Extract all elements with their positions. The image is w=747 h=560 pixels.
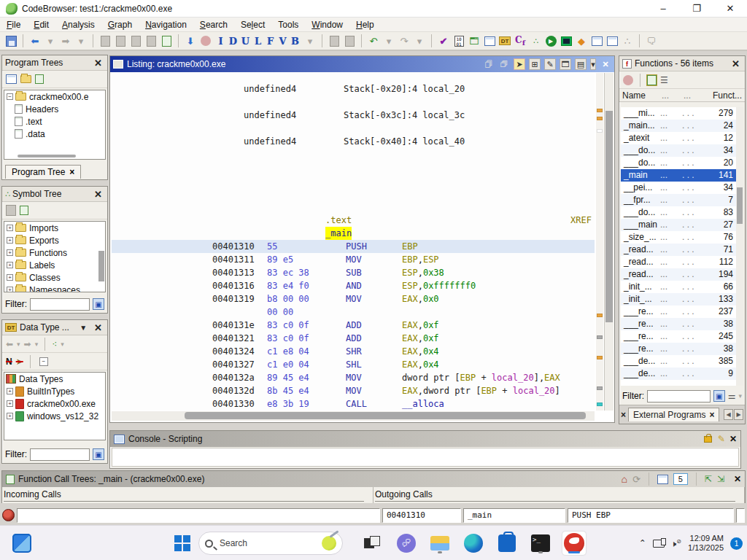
symbol-filter-icon[interactable]: ▣ xyxy=(93,298,104,310)
expand-icon[interactable]: + xyxy=(7,287,13,292)
functions-vscrollbar[interactable] xyxy=(736,107,743,386)
collapse-icon[interactable]: − xyxy=(7,93,13,100)
expand-icon[interactable]: + xyxy=(7,413,13,419)
save-icon[interactable] xyxy=(4,34,18,47)
listing-hscrollbar[interactable] xyxy=(112,411,595,421)
tray-mute-icon[interactable]: 🕨⊘ xyxy=(671,538,681,549)
listing-line[interactable]: undefined4Stack[-0x3c]:4 local_3c xyxy=(112,109,595,122)
program-tree-tab-close-icon[interactable]: × xyxy=(69,167,74,177)
incoming-calls-pane[interactable]: Incoming Calls xyxy=(2,487,374,503)
data-types-header[interactable]: DT Data Type ... ▼ ✕ xyxy=(2,320,107,335)
symbol-tree-close-icon[interactable]: ✕ xyxy=(92,189,104,200)
taskbar-search[interactable]: Search xyxy=(198,532,343,555)
recursion-depth-input[interactable] xyxy=(673,473,688,485)
functions-col-header[interactable]: ... xyxy=(659,90,681,101)
open-folder-icon[interactable] xyxy=(20,75,31,83)
function-row[interactable]: _main....... . .24 xyxy=(621,120,736,132)
program-tree-hscroll[interactable] xyxy=(18,155,76,158)
listing-line[interactable] xyxy=(112,201,595,214)
symbol-tree-item-imports[interactable]: +Imports xyxy=(4,222,105,234)
diff-icon[interactable]: ◆ xyxy=(575,34,588,47)
hide-names-icon[interactable]: N xyxy=(6,357,12,367)
function-row[interactable]: __pei....... . .34 xyxy=(621,182,736,194)
expand-icon[interactable]: + xyxy=(7,388,13,394)
data-type-archive-crackme0x00.exe[interactable]: +crackme0x00.exe xyxy=(4,397,105,410)
undo-dropdown-icon[interactable]: ▾ xyxy=(382,34,395,47)
define-u-button[interactable]: U xyxy=(239,36,252,47)
navigation-marker[interactable] xyxy=(597,356,603,359)
edge-button[interactable] xyxy=(462,532,485,555)
widgets-button[interactable] xyxy=(10,532,34,555)
data-type-archive-builtintypes[interactable]: +BuiltInTypes xyxy=(4,385,105,397)
listing-line[interactable]: 00401327c1 e0 04SHLEAX,0x4 xyxy=(112,358,595,371)
symbol-tree-header[interactable]: ∴ Symbol Tree ✕ xyxy=(2,187,107,202)
expand-icon[interactable]: + xyxy=(7,400,13,407)
function-graph-icon[interactable]: Cf xyxy=(514,34,527,47)
function-row[interactable]: ___de....... . .9 xyxy=(621,368,736,380)
listing-line[interactable]: 0040131383 ec 38SUBESP,0x38 xyxy=(112,266,595,279)
function-row[interactable]: _init_....... . .66 xyxy=(621,281,736,293)
listing-line[interactable] xyxy=(112,96,595,109)
forward-dropdown-icon[interactable]: ▾ xyxy=(74,34,88,47)
function-row[interactable]: ___main.... . .27 xyxy=(621,219,736,231)
data-types-close-icon[interactable]: ✕ xyxy=(92,322,104,333)
unroll-up-icon[interactable]: ⇱ xyxy=(705,474,712,484)
program-tree-tab[interactable]: Program Tree × xyxy=(5,163,81,179)
dtm-filter-dots-icon[interactable]: ⁖ xyxy=(52,339,57,349)
menu-search[interactable]: Search xyxy=(193,18,234,31)
external-programs-tab[interactable]: External Programs × xyxy=(628,408,719,421)
validate-icon[interactable]: ✔ xyxy=(437,34,450,47)
table-export-icon[interactable] xyxy=(605,34,619,47)
restore-button[interactable]: ❐ xyxy=(680,0,713,17)
function-row[interactable]: ___de....... . .385 xyxy=(621,355,736,368)
listing-line[interactable]: .textXREF xyxy=(112,214,595,227)
listing-line[interactable]: 0040131683 e4 f0ANDESP,0xfffffff0 xyxy=(112,279,595,292)
expand-icon[interactable]: + xyxy=(7,249,13,256)
listing-line[interactable]: 0040131189 e5MOVEBP,ESP xyxy=(112,253,595,266)
listing-line[interactable]: 00401319b8 00 00MOVEAX,0x0 xyxy=(112,292,595,306)
functions-col-header[interactable]: Funct... xyxy=(710,90,745,101)
store-button[interactable] xyxy=(495,532,519,555)
listing-line[interactable] xyxy=(112,161,595,174)
memory-chip-icon[interactable] xyxy=(560,34,573,47)
listing-close-icon[interactable]: ✕ xyxy=(600,58,611,70)
program-tree-root[interactable]: −crackme0x00.e xyxy=(4,90,105,103)
functions-close-icon[interactable]: ✕ xyxy=(729,58,742,69)
listing-line[interactable]: undefined4Stack[-0x20]:4 local_20 xyxy=(112,82,595,96)
symbol-tree-item-functions[interactable]: +Functions xyxy=(4,246,105,259)
functions-settings-dropdown-icon[interactable]: ▾ xyxy=(738,392,742,400)
listing-line[interactable]: 0040131e83 c0 0fADDEAX,0xf xyxy=(112,319,595,332)
console-close-icon[interactable]: ✕ xyxy=(729,434,737,444)
menu-tools[interactable]: Tools xyxy=(271,18,305,31)
call-tree-icon[interactable]: ∴ xyxy=(529,34,542,47)
decompiler-icon[interactable]: 🗔 xyxy=(468,34,481,47)
listing-line[interactable] xyxy=(112,122,595,135)
function-row[interactable]: ___re....... . .245 xyxy=(621,330,736,343)
dtm-filter-icon[interactable]: ▣ xyxy=(93,448,104,460)
close-button[interactable]: ✕ xyxy=(713,0,747,17)
listing-line[interactable]: 00401324c1 e8 04SHREAX,0x4 xyxy=(112,345,595,358)
define-b-button[interactable]: B xyxy=(289,36,301,47)
menu-select[interactable]: Select xyxy=(234,18,271,31)
functions-nav-icon[interactable] xyxy=(647,75,657,85)
snapshot-tool-icon[interactable] xyxy=(160,34,173,47)
data-type-archive-windows_vs12_32[interactable]: +windows_vs12_32 xyxy=(4,410,105,422)
start-button[interactable] xyxy=(171,532,194,555)
call-trees-header[interactable]: Function Call Trees: _main - (crackme0x0… xyxy=(2,471,745,487)
symbol-tree-vscroll[interactable] xyxy=(98,251,104,281)
ghidra-taskbar-button[interactable] xyxy=(562,532,586,555)
functions-col-header[interactable]: ... xyxy=(681,90,705,101)
program-trees-header[interactable]: Program Trees ✕ xyxy=(2,55,107,71)
back-dropdown-icon[interactable]: ▾ xyxy=(44,34,57,47)
external-programs-tab-close-icon[interactable]: × xyxy=(709,410,714,420)
cursor-tool-icon[interactable]: ➤ xyxy=(514,58,525,70)
notification-badge[interactable]: 1 xyxy=(730,537,743,550)
symbol-tree-item-namespaces[interactable]: +Namespaces xyxy=(4,284,105,292)
expand-icon[interactable]: + xyxy=(7,274,13,281)
menu-graph[interactable]: Graph xyxy=(101,18,139,31)
listing-line[interactable]: 0040132a89 45 e4MOVdword ptr [EBP + loca… xyxy=(112,371,595,384)
snapshot-icon[interactable]: 🗖 xyxy=(560,58,571,70)
byte-dropdown-icon[interactable]: ▾ xyxy=(303,34,317,47)
tab-scroll-left-icon[interactable]: ◀ xyxy=(724,409,733,420)
menu-analysis[interactable]: Analysis xyxy=(55,18,101,31)
